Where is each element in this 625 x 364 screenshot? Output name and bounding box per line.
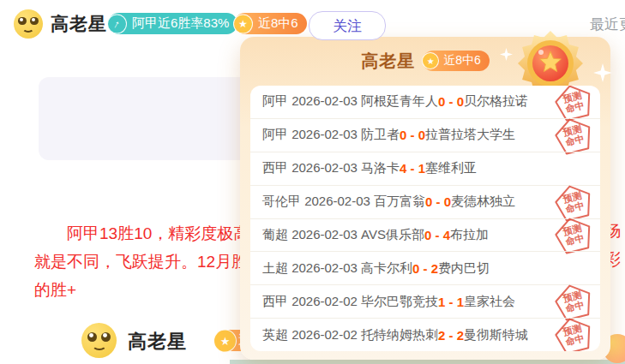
match-score: 2 - 2 <box>438 328 464 343</box>
away-team: 拉普拉塔大学生 <box>425 127 515 143</box>
user-avatar[interactable] <box>14 9 43 39</box>
red-commentary-line: 阿甲13胜10，精彩度极高 <box>34 223 249 245</box>
up-arrow-icon: ↑ <box>107 14 127 33</box>
match-row[interactable]: 西甲 2026-02-02 毕尔巴鄂竞技1 - 1皇家社会 预测 命中 <box>250 284 600 318</box>
avatar-smile <box>92 340 106 350</box>
match-info: 英超 2026-02-02 托特纳姆热刺 <box>262 327 438 343</box>
user-name[interactable]: 高老星 <box>51 12 107 36</box>
match-row[interactable]: 葡超 2026-02-03 AVS俱乐部0 - 4布拉加 预测 命中 <box>250 218 600 252</box>
match-info: 阿甲 2026-02-03 防卫者 <box>262 127 400 143</box>
win-rate-badge: ↑ 阿甲近6胜率83% <box>108 13 237 34</box>
prediction-popup: 高老星 ★ 近8中6 阿甲 2026-02-03 阿根廷青年人0 - 0贝尔格拉… <box>240 37 610 360</box>
red-commentary-line: 的胜+ <box>34 279 76 301</box>
match-info: 土超 2026-02-03 高卡尔利 <box>262 260 412 277</box>
star-icon: ★ <box>233 14 253 33</box>
background-band <box>230 360 625 364</box>
match-row[interactable]: 西甲 2026-02-03 马洛卡4 - 1塞维利亚 <box>250 152 600 185</box>
match-info: 哥伦甲 2026-02-03 百万富翁 <box>262 194 425 210</box>
away-team: 贝尔格拉诺 <box>464 93 528 110</box>
away-team: 皇家社会 <box>464 294 515 310</box>
match-info: 西甲 2026-02-02 毕尔巴鄂竞技 <box>262 294 438 310</box>
match-info: 阿甲 2026-02-03 阿根廷青年人 <box>262 93 438 110</box>
match-score: 0 - 4 <box>424 228 450 242</box>
match-score: 0 - 2 <box>412 261 438 276</box>
popup-hit-badge: ★ 近8中6 <box>423 51 490 71</box>
popup-title: 高老星 <box>361 50 415 73</box>
match-row[interactable]: 阿甲 2026-02-03 阿根廷青年人0 - 0贝尔格拉诺 预测 命中 <box>250 86 600 118</box>
hit-streak-label: 近8中6 <box>258 15 298 32</box>
away-team: 塞维利亚 <box>425 160 477 176</box>
match-list: 阿甲 2026-02-03 阿根廷青年人0 - 0贝尔格拉诺 预测 命中 阿甲 … <box>250 86 600 351</box>
match-score: 4 - 1 <box>400 161 425 176</box>
away-team: 麦德林独立 <box>451 194 515 210</box>
recent-update-label[interactable]: 最近更 <box>590 15 625 34</box>
star-icon: ★ <box>422 52 439 69</box>
match-row[interactable]: 英超 2026-02-02 托特纳姆热刺2 - 2曼彻斯特城 预测 命中 <box>250 318 600 351</box>
match-row[interactable]: 哥伦甲 2026-02-03 百万富翁0 - 0麦德林独立 预测 命中 <box>250 185 600 218</box>
match-score: 0 - 0 <box>438 94 464 109</box>
user-avatar[interactable] <box>81 323 117 358</box>
match-row[interactable]: 土超 2026-02-03 高卡尔利0 - 2费内巴切 <box>250 251 600 284</box>
follow-button[interactable]: 关注 <box>309 11 386 40</box>
match-info: 葡超 2026-02-03 AVS俱乐部 <box>262 227 424 243</box>
hit-streak-badge: ★ 近8中6 <box>234 13 307 34</box>
prediction-hit-stamp-icon: 预测 命中 <box>551 313 597 351</box>
red-commentary-line: 就是不同，飞跃提升。12月胜 <box>34 251 248 273</box>
match-info: 西甲 2026-02-03 马洛卡 <box>262 160 400 176</box>
win-rate-label: 阿甲近6胜率83% <box>132 15 229 32</box>
away-team: 费内巴切 <box>438 260 490 277</box>
star-icon: ★ <box>213 329 237 352</box>
user-name[interactable]: 高老星 <box>128 329 187 355</box>
match-score: 0 - 0 <box>400 128 425 142</box>
away-team: 布拉加 <box>450 227 489 243</box>
match-row[interactable]: 阿甲 2026-02-03 防卫者0 - 0拉普拉塔大学生 预测 命中 <box>250 118 600 152</box>
match-score: 0 - 0 <box>425 194 451 209</box>
match-score: 1 - 1 <box>438 295 464 309</box>
popup-hit-label: 近8中6 <box>443 53 481 69</box>
away-team: 曼彻斯特城 <box>464 327 528 343</box>
avatar-smile <box>22 23 34 32</box>
